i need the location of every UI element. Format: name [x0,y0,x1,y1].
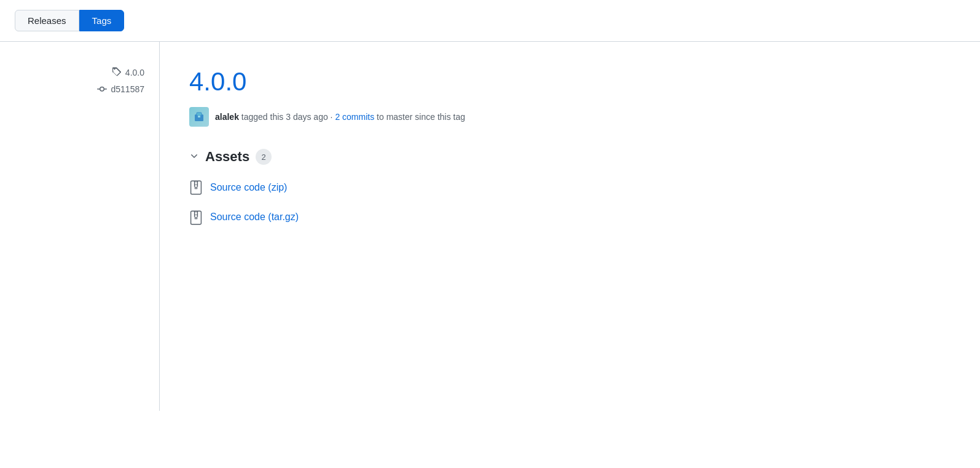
svg-rect-13 [195,211,198,212]
version-title: 4.0.0 [189,66,955,97]
sidebar-commit-row: d511587 [15,84,144,94]
tab-tags[interactable]: Tags [79,10,125,31]
tab-releases[interactable]: Releases [15,10,79,31]
svg-rect-3 [198,116,200,117]
sidebar-tag-label: 4.0.0 [125,68,144,77]
zip-file-icon [189,180,204,195]
asset-zip-label: Source code [210,182,265,192]
assets-header: Assets 2 [189,149,955,165]
commit-icon [97,84,107,94]
avatar [189,107,209,127]
asset-zip-type: (zip) [268,182,287,192]
content-area: 4.0.0 alalek tagged this 3 days ago [160,42,980,411]
tagged-time: 3 days ago [286,112,328,122]
svg-rect-7 [195,181,198,182]
sidebar: 4.0.0 d511587 [0,42,160,411]
sidebar-commit-label: d511587 [111,84,144,94]
commits-link[interactable]: 2 commits [335,112,374,122]
source-code-zip-link[interactable]: Source code (zip) [210,182,287,193]
tag-info-text: alalek tagged this 3 days ago · 2 commit… [215,112,465,122]
source-code-targz-link[interactable]: Source code (tar.gz) [210,212,299,223]
asset-item-zip: Source code (zip) [189,177,955,197]
main-layout: 4.0.0 d511587 4.0.0 [0,42,980,411]
targz-file-icon [189,210,204,225]
tagged-text: tagged this [241,112,286,122]
assets-count-badge: 2 [256,149,272,165]
author-name: alalek [215,112,239,122]
assets-title: Assets [205,149,249,165]
svg-rect-8 [195,184,198,185]
tag-icon [112,66,122,78]
svg-rect-9 [195,187,198,189]
after-commits-text: to master since this tag [377,112,465,122]
tag-info-row: alalek tagged this 3 days ago · 2 commit… [189,107,955,127]
asset-targz-type: (tar.gz) [268,212,299,222]
tabs-bar: Releases Tags [0,0,980,31]
asset-targz-label: Source code [210,212,265,222]
svg-rect-14 [195,214,198,215]
svg-rect-15 [195,217,198,220]
asset-item-targz: Source code (tar.gz) [189,207,955,228]
assets-toggle-icon[interactable] [189,151,199,163]
sidebar-tag-row: 4.0.0 [15,66,144,78]
svg-rect-1 [197,113,202,116]
